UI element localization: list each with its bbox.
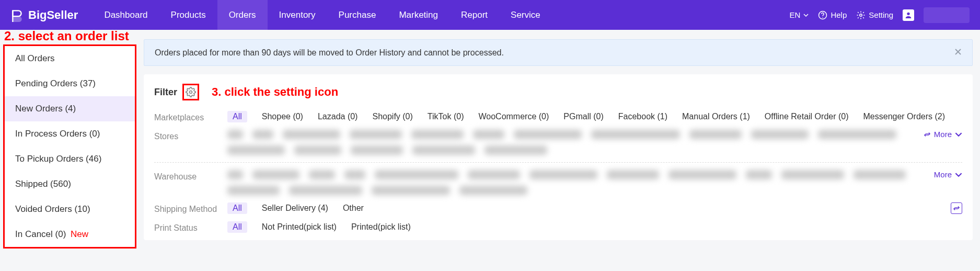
sidebar-wrap: 2. select an order list All Orders Pendi… [0,30,136,249]
setting-link[interactable]: Setting [856,10,893,20]
nav-dashboard[interactable]: Dashboard [93,0,159,30]
chip-lazada[interactable]: Lazada (0) [318,112,358,121]
row-printstatus: Print Status All Not Printed(pick list) … [154,221,962,233]
more-label: More [934,170,952,179]
stores-more-button[interactable]: More [924,130,962,139]
sidebar-item-shipped[interactable]: Shipped (560) [5,172,135,197]
nav-right: EN Help Setting [790,7,980,23]
close-icon [954,48,962,55]
marketplaces-chips: All Shopee (0) Lazada (0) Shopify (0) Ti… [227,111,962,122]
sidebar-item-pending[interactable]: Pending Orders (37) [5,71,135,96]
sidebar-item-inprocess[interactable]: In Process Orders (0) [5,121,135,146]
top-nav: BigSeller Dashboard Products Orders Inve… [0,0,980,30]
logo[interactable]: BigSeller [0,8,93,22]
logo-text: BigSeller [28,8,78,22]
sidebar-item-incancel[interactable]: In Cancel (0) New [5,222,135,247]
chip-pgmall[interactable]: PGmall (0) [563,112,603,121]
svg-point-1 [823,17,824,18]
nav-products[interactable]: Products [159,0,217,30]
nav-marketing[interactable]: Marketing [387,0,449,30]
gear-icon [856,10,866,20]
logo-icon [10,8,24,22]
language-selector[interactable]: EN [790,10,809,19]
filter-title: Filter [154,87,177,98]
chip-notprinted[interactable]: Not Printed(pick list) [262,222,337,232]
nav-service[interactable]: Service [499,0,552,30]
chip-shopee[interactable]: Shopee (0) [262,112,303,121]
swap-icon [924,131,931,138]
main-area: 2. select an order list All Orders Pendi… [0,30,980,249]
stores-blurred [227,130,917,155]
setting-label: Setting [869,10,893,19]
chip-messenger[interactable]: Messenger Orders (2) [863,112,946,121]
warehouse-blurred [227,170,928,195]
sidebar-item-pickup[interactable]: To Pickup Orders (46) [5,146,135,172]
chip-printed[interactable]: Printed(pick list) [351,222,411,232]
nav-report[interactable]: Report [449,0,499,30]
help-label: Help [831,10,847,19]
chip-seller-delivery[interactable]: Seller Delivery (4) [262,204,328,213]
annotation-step2: 2. select an order list [4,29,129,43]
row-marketplaces: Marketplaces All Shopee (0) Lazada (0) S… [154,111,962,122]
language-label: EN [790,10,801,19]
row-shipping: Shipping Method All Seller Delivery (4) … [154,202,962,214]
warehouse-more-button[interactable]: More [934,170,962,179]
shipping-label: Shipping Method [154,202,227,214]
user-name-block[interactable] [924,7,970,23]
sidebar-item-voided[interactable]: Voided Orders (10) [5,197,135,222]
sidebar-item-label: In Cancel (0) [15,229,66,239]
warehouse-label: Warehouse [154,170,227,182]
svg-point-4 [190,91,192,94]
order-sidebar: All Orders Pending Orders (37) New Order… [3,44,136,249]
swap-icon [953,205,960,212]
filter-header: Filter 3. click the setting icon [154,83,962,101]
shipping-chips: All Seller Delivery (4) Other [227,202,944,214]
chip-shopify[interactable]: Shopify (0) [372,112,412,121]
row-stores: Stores More [154,130,962,155]
svg-point-3 [907,12,909,15]
user-icon [904,11,913,19]
row-warehouse: Warehouse More [154,170,962,195]
banner-close-button[interactable] [954,47,962,58]
printstatus-label: Print Status [154,221,227,233]
printstatus-chips: All Not Printed(pick list) Printed(pick … [227,221,962,233]
sidebar-item-all-orders[interactable]: All Orders [5,46,135,71]
stores-label: Stores [154,130,227,141]
avatar[interactable] [903,9,914,21]
chip-all[interactable]: All [227,221,247,233]
chip-facebook[interactable]: Facebook (1) [618,112,667,121]
shipping-expand-button[interactable] [951,202,962,214]
chip-manual[interactable]: Manual Orders (1) [682,112,750,121]
gear-icon [186,87,196,97]
nav-inventory[interactable]: Inventory [268,0,327,30]
annotation-step3: 3. click the setting icon [212,85,338,99]
content-area: Orders placed for more than 90 days will… [136,30,980,249]
more-label: More [934,130,952,139]
chip-other[interactable]: Other [343,204,364,213]
nav-purchase[interactable]: Purchase [327,0,388,30]
nav-orders[interactable]: Orders [217,0,268,30]
chip-all[interactable]: All [227,111,247,122]
chip-offline[interactable]: Offline Retail Order (0) [765,112,849,121]
help-icon [818,10,827,20]
chip-woocommerce[interactable]: WooCommerce (0) [478,112,549,121]
info-banner: Orders placed for more than 90 days will… [144,39,973,66]
chevron-down-icon [955,131,962,138]
banner-text: Orders placed for more than 90 days will… [155,48,504,58]
marketplaces-label: Marketplaces [154,111,227,122]
new-tag: New [71,229,88,239]
chip-tiktok[interactable]: TikTok (0) [428,112,464,121]
sidebar-item-new[interactable]: New Orders (4) [5,96,135,121]
divider [154,162,962,163]
filter-settings-button[interactable] [182,84,199,100]
chevron-down-icon [803,13,809,18]
nav-items: Dashboard Products Orders Inventory Purc… [93,0,551,30]
svg-point-2 [860,14,862,16]
chevron-down-icon [955,171,962,178]
help-link[interactable]: Help [818,10,847,20]
filter-panel: Filter 3. click the setting icon Marketp… [144,74,973,240]
chip-all[interactable]: All [227,202,247,214]
